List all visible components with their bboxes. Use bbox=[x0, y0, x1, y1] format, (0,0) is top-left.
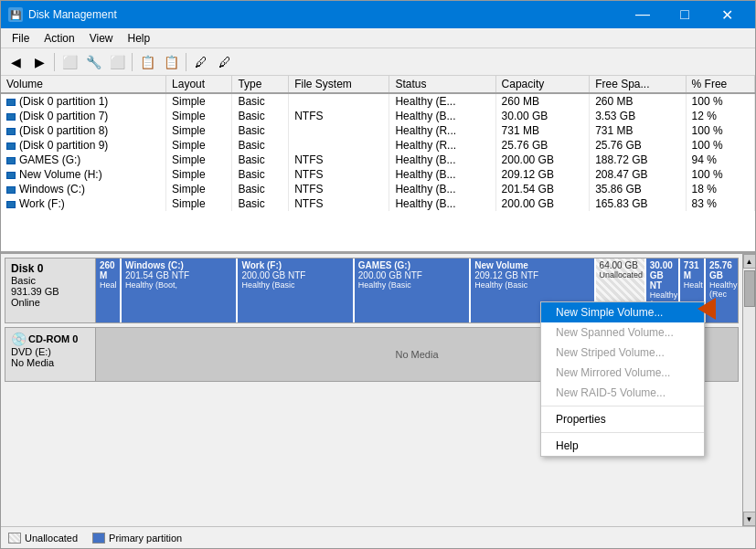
cdrom0-label: 💿 CD-ROM 0 DVD (E:) No Media bbox=[5, 327, 96, 382]
toolbar-btn-8[interactable]: 🖊 bbox=[190, 51, 212, 73]
partition-size: 64.00 GB bbox=[600, 260, 641, 270]
toolbar-btn-4[interactable]: 🔧 bbox=[82, 51, 104, 73]
legend-unallocated-box bbox=[8, 533, 21, 544]
col-freespace: Free Spa... bbox=[590, 76, 686, 93]
col-layout: Layout bbox=[166, 76, 232, 93]
disk0-status: Online bbox=[11, 297, 90, 308]
toolbar-btn-3[interactable]: ⬜ bbox=[59, 51, 80, 73]
disk0-name: Disk 0 bbox=[11, 262, 90, 275]
cdrom0-type: DVD (E:) bbox=[11, 346, 90, 357]
col-type: Type bbox=[232, 76, 289, 93]
partition-status: Heal bbox=[100, 280, 116, 290]
context-menu-separator bbox=[541, 432, 704, 433]
table-row[interactable]: (Disk 0 partition 8)SimpleBasicHealthy (… bbox=[1, 123, 755, 138]
context-menu-item-8[interactable]: Help bbox=[541, 436, 704, 456]
menu-help[interactable]: Help bbox=[121, 30, 158, 47]
partition-status: Healt bbox=[684, 280, 700, 290]
table-row[interactable]: GAMES (G:)SimpleBasicNTFSHealthy (B...20… bbox=[1, 153, 755, 167]
forward-button[interactable]: ▶ bbox=[28, 51, 50, 73]
partition-name: 260 M bbox=[100, 260, 116, 280]
table-header-row: Volume Layout Type File System Status Ca… bbox=[1, 76, 755, 93]
disk0-partition-2[interactable]: Work (F:)200.00 GB NTFHealthy (Basic bbox=[238, 259, 354, 322]
menu-file[interactable]: File bbox=[5, 30, 37, 47]
legend-primary-label: Primary partition bbox=[109, 533, 182, 544]
partition-status: Healthy (Boot, bbox=[125, 280, 232, 290]
upper-panel: Volume Layout Type File System Status Ca… bbox=[1, 76, 755, 254]
partition-name: GAMES (G:) bbox=[358, 260, 465, 270]
toolbar-btn-6[interactable]: 📋 bbox=[136, 51, 158, 73]
cursor-arrow-icon bbox=[697, 298, 716, 320]
partition-status: Healthy (Basic bbox=[358, 280, 465, 290]
toolbar-btn-9[interactable]: 🖊 bbox=[214, 51, 236, 73]
legend-unallocated: Unallocated bbox=[8, 533, 78, 544]
col-filesystem: File System bbox=[289, 76, 389, 93]
context-menu-separator bbox=[541, 406, 704, 406]
toolbar-sep-2 bbox=[132, 53, 133, 71]
table-row[interactable]: Work (F:)SimpleBasicNTFSHealthy (B...200… bbox=[1, 196, 755, 211]
legend: Unallocated Primary partition bbox=[1, 526, 755, 548]
toolbar-btn-5[interactable]: ⬜ bbox=[106, 51, 128, 73]
context-menu: New Simple Volume...New Spanned Volume..… bbox=[540, 301, 705, 457]
back-button[interactable]: ◀ bbox=[5, 51, 27, 73]
table-row[interactable]: Windows (C:)SimpleBasicNTFSHealthy (B...… bbox=[1, 182, 755, 196]
partition-name: Work (F:) bbox=[241, 260, 348, 270]
table-row[interactable]: (Disk 0 partition 1)SimpleBasicHealthy (… bbox=[1, 93, 755, 109]
context-menu-item-6[interactable]: Properties bbox=[541, 409, 704, 429]
table-row[interactable]: (Disk 0 partition 7)SimpleBasicNTFSHealt… bbox=[1, 109, 755, 123]
menu-bar: File Action View Help bbox=[1, 28, 755, 48]
window-controls: — □ ✕ bbox=[622, 1, 748, 28]
col-volume: Volume bbox=[1, 76, 166, 93]
menu-action[interactable]: Action bbox=[37, 30, 81, 47]
table-row[interactable]: (Disk 0 partition 9)SimpleBasicHealthy (… bbox=[1, 138, 755, 153]
app-icon: 💾 bbox=[8, 7, 23, 22]
toolbar-btn-7[interactable]: 📋 bbox=[160, 51, 182, 73]
table-row[interactable]: New Volume (H:)SimpleBasicNTFSHealthy (B… bbox=[1, 167, 755, 182]
scroll-down-button[interactable]: ▼ bbox=[743, 512, 756, 526]
window-title: Disk Management bbox=[28, 8, 622, 21]
partition-status: Healthy (Basic bbox=[474, 280, 590, 290]
menu-view[interactable]: View bbox=[82, 30, 121, 47]
col-percentfree: % Free bbox=[686, 76, 754, 93]
partition-detail: 200.00 GB NTF bbox=[241, 270, 348, 280]
partition-name: New Volume bbox=[474, 260, 590, 270]
volumes-table-body: (Disk 0 partition 1)SimpleBasicHealthy (… bbox=[1, 93, 755, 211]
disk0-partition-1[interactable]: Windows (C:)201.54 GB NTFHealthy (Boot, bbox=[122, 259, 238, 322]
partition-name: 25.76 GB bbox=[709, 260, 734, 280]
col-status: Status bbox=[389, 76, 495, 93]
partition-status: Healthy (Basic bbox=[241, 280, 348, 290]
partition-status: Healthy (Rec bbox=[709, 280, 734, 299]
partition-status: Unallocated bbox=[600, 270, 641, 280]
volumes-table: Volume Layout Type File System Status Ca… bbox=[1, 76, 755, 211]
lower-scrollbar[interactable]: ▲ ▼ bbox=[742, 254, 755, 526]
scroll-thumb[interactable] bbox=[744, 270, 755, 307]
volume-icon bbox=[6, 186, 16, 194]
legend-primary-box bbox=[92, 533, 105, 544]
minimize-button[interactable]: — bbox=[622, 1, 664, 28]
volume-icon bbox=[6, 157, 16, 164]
main-content: Volume Layout Type File System Status Ca… bbox=[1, 76, 755, 548]
context-menu-item-0[interactable]: New Simple Volume... bbox=[541, 302, 704, 322]
partition-detail: 201.54 GB NTF bbox=[125, 270, 232, 280]
context-menu-item-2: New Striped Volume... bbox=[541, 343, 704, 363]
partition-name: 30.00 GB NT bbox=[650, 260, 675, 290]
partition-detail: 200.00 GB NTF bbox=[358, 270, 465, 280]
context-menu-item-1: New Spanned Volume... bbox=[541, 322, 704, 343]
partition-name: 731 M bbox=[684, 260, 700, 280]
volume-icon bbox=[6, 201, 16, 208]
disk0-partition-0[interactable]: 260 MHeal bbox=[96, 259, 122, 322]
partition-detail: 209.12 GB NTF bbox=[474, 270, 590, 280]
volume-icon bbox=[6, 99, 16, 106]
close-button[interactable]: ✕ bbox=[706, 1, 748, 28]
disk0-partition-3[interactable]: GAMES (G:)200.00 GB NTFHealthy (Basic bbox=[355, 259, 471, 322]
maximize-button[interactable]: □ bbox=[664, 1, 706, 28]
legend-primary: Primary partition bbox=[92, 533, 182, 544]
col-capacity: Capacity bbox=[495, 76, 590, 93]
toolbar-sep-1 bbox=[54, 53, 55, 71]
partition-name: Windows (C:) bbox=[125, 260, 232, 270]
volume-icon bbox=[6, 113, 16, 121]
context-menu-item-3: New Mirrored Volume... bbox=[541, 363, 704, 383]
cdrom0-name: CD-ROM 0 bbox=[28, 333, 78, 344]
legend-unallocated-label: Unallocated bbox=[25, 533, 78, 544]
scroll-up-button[interactable]: ▲ bbox=[743, 254, 756, 269]
volume-icon bbox=[6, 172, 16, 179]
